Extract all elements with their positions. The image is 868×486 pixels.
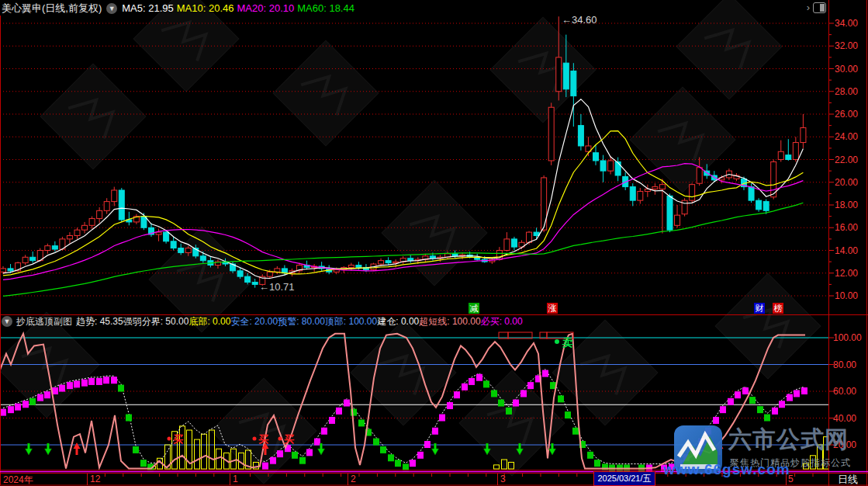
market-tag-榜[interactable]: 榜 (773, 303, 783, 314)
top-right-controls: › (807, 2, 826, 13)
ma-value-label: MA20: 20.10 (237, 2, 295, 14)
svg-text:←34.60: ←34.60 (562, 14, 597, 26)
chart-canvas[interactable]: ←34.60←10.71买买买卖 (0, 0, 868, 486)
period-label[interactable]: 日线 (838, 473, 858, 486)
price-axis-label: 34.00 (835, 18, 858, 29)
indicator-param-label: 趋势: 45.35 (76, 316, 123, 327)
selected-date-box: 2025/03/21/五 (593, 471, 655, 486)
oscillator-axis-label: 20.00 (833, 439, 856, 450)
svg-text:买: 买 (173, 433, 183, 445)
ma-values-row: MA5: 21.95MA10: 20.46MA20: 20.10MA60: 18… (122, 2, 358, 14)
market-tag-涨[interactable]: 涨 (547, 303, 558, 314)
indicator-param-label: 必买: 0.00 (481, 316, 523, 327)
ma-value-label: MA5: 21.95 (122, 2, 174, 14)
indicator-param-label: 顶部: 100.00 (325, 316, 377, 327)
stock-title[interactable]: 美心翼申(日线,前复权) (2, 2, 102, 16)
price-axis-label: 26.00 (835, 109, 858, 120)
panel-layout-icon[interactable] (813, 2, 826, 13)
indicator-param-label: 底部: 0.00 (188, 316, 230, 327)
sub-indicator-title[interactable]: 抄底逃顶副图 (16, 315, 72, 328)
month-label: 12 (90, 474, 100, 484)
indicator-param-label: 强弱分界: 50.00 (123, 316, 189, 327)
oscillator-axis-label: 40.00 (833, 413, 856, 424)
indicator-param-label: 预警: 80.00 (278, 316, 325, 327)
market-tag-减[interactable]: 减 (469, 303, 479, 314)
chevron-down-icon[interactable]: ▼ (2, 316, 12, 327)
sub-indicator-params: 趋势: 45.35强弱分界: 50.00底部: 0.00安全: 20.00预警:… (76, 315, 523, 328)
sub-indicator-header: ▼ 抄底逃顶副图 趋势: 45.35强弱分界: 50.00底部: 0.00安全:… (2, 315, 523, 328)
year-label: 2024年 (3, 474, 33, 486)
indicator-param-label: 建仓: 0.00 (377, 316, 419, 327)
svg-text:卖: 卖 (562, 336, 573, 349)
indicator-param-label: 安全: 20.00 (230, 316, 278, 327)
price-axis-label: 16.00 (835, 222, 858, 233)
ma-value-label: MA60: 18.44 (297, 2, 354, 14)
month-label: 1 (233, 474, 238, 484)
svg-text:←10.71: ←10.71 (259, 281, 295, 293)
price-axis-label: 24.00 (835, 131, 858, 142)
chevron-right-icon[interactable]: › (807, 2, 810, 13)
main-chart-header: 美心翼申(日线,前复权) ▼ MA5: 21.95MA10: 20.46MA20… (2, 2, 358, 15)
month-label: 5 (788, 474, 794, 484)
price-axis-label: 30.00 (835, 64, 858, 75)
price-axis-label: 28.00 (835, 86, 858, 97)
svg-text:买: 买 (284, 433, 294, 445)
price-axis-label: 10.00 (835, 290, 858, 301)
price-axis-label: 14.00 (835, 245, 858, 256)
oscillator-axis-label: 60.00 (833, 386, 856, 397)
oscillator-axis-label: 100.00 (833, 332, 862, 343)
market-tag-财[interactable]: 财 (754, 303, 765, 314)
month-label: 2 (351, 474, 356, 484)
ma-value-label: MA10: 20.46 (177, 2, 234, 14)
price-axis-label: 18.00 (835, 200, 858, 210)
indicator-param-label: 超短线: 100.00 (419, 316, 480, 327)
date-axis[interactable]: 2024年 121235 2025/03/21/五 日线 (0, 471, 868, 486)
stock-app-window: ←34.60←10.71买买买卖 美心翼申(日线,前复权) ▼ MA5: 21.… (0, 0, 868, 486)
price-axis-label: 32.00 (835, 40, 858, 51)
svg-text:买: 买 (258, 433, 268, 445)
chevron-down-icon[interactable]: ▼ (106, 3, 117, 14)
oscillator-axis-label: 80.00 (833, 359, 856, 370)
price-axis-label: 20.00 (835, 177, 858, 188)
price-axis-label: 22.00 (835, 154, 858, 165)
month-label: 3 (500, 474, 506, 484)
price-axis-label: 12.00 (835, 268, 858, 279)
